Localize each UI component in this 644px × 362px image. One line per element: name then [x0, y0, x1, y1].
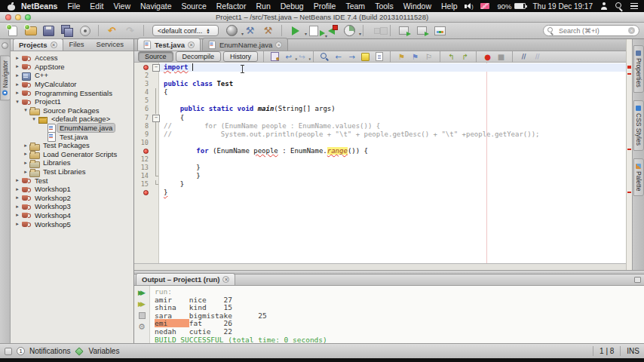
- menu-team[interactable]: Team: [345, 2, 365, 11]
- stop-macro-icon[interactable]: ■: [495, 52, 507, 62]
- tree-item-source-packages[interactable]: ▾Source Packages: [11, 106, 133, 115]
- insert-mode-indicator[interactable]: INS: [627, 347, 639, 355]
- menu-refactor[interactable]: Refactor: [216, 2, 247, 11]
- code-line-12[interactable]: 12: [134, 155, 626, 164]
- notification-count-badge[interactable]: 1: [17, 347, 25, 355]
- menu-edit[interactable]: Edit: [90, 2, 103, 11]
- shift-right-icon[interactable]: ↱: [459, 52, 471, 62]
- tree-item-mycalculator[interactable]: ▸MyCalculator: [11, 80, 133, 89]
- collapse-arrow-icon[interactable]: ▾: [30, 116, 38, 122]
- tab-css-styles[interactable]: CSS Styles: [633, 100, 644, 151]
- rerun-button[interactable]: ▶▶: [136, 288, 148, 297]
- memory-view-button[interactable]: [432, 23, 448, 38]
- back-icon[interactable]: ↩: [283, 52, 294, 62]
- find-previous-icon[interactable]: →: [346, 52, 357, 62]
- expand-arrow-icon[interactable]: ▸: [22, 151, 29, 157]
- tree-item-test[interactable]: ▸Test: [11, 176, 133, 185]
- editor-tab-test-java[interactable]: Test.java×: [137, 38, 201, 51]
- tree-item-default-package[interactable]: ▾<default package>: [11, 115, 133, 124]
- gutter-line-6[interactable]: 6: [134, 105, 151, 113]
- tree-item-access[interactable]: ▸Access: [11, 54, 133, 63]
- tree-item-test-packages[interactable]: ▸Test Packages: [11, 141, 133, 150]
- tree-item-workshop1[interactable]: ▸Workshop1: [11, 185, 133, 194]
- tab-properties[interactable]: Properties: [633, 45, 644, 93]
- code-line-8[interactable]: 8// for (EnumName people : EnumName.valu…: [134, 122, 626, 130]
- code-line-9[interactable]: 9// System.out.println(people + "\t" + p…: [134, 130, 626, 139]
- variables-label[interactable]: Variables: [88, 347, 119, 355]
- error-stripe-mark[interactable]: [627, 149, 631, 150]
- tab-output[interactable]: Output – Project1 (run) ×: [136, 273, 235, 285]
- menubar-clock[interactable]: Thu 19 Dec 19:17: [533, 2, 593, 11]
- expand-arrow-icon[interactable]: ▸: [14, 212, 21, 218]
- editor-tab-enumname-java[interactable]: EnumName.java×: [202, 38, 288, 51]
- debug-project-button[interactable]: [305, 23, 321, 38]
- code-line-4[interactable]: 4{: [134, 88, 626, 97]
- find-next-icon[interactable]: ←: [333, 52, 344, 62]
- forward-icon[interactable]: ↪: [296, 52, 308, 62]
- expand-arrow-icon[interactable]: ▸: [14, 204, 21, 210]
- tree-item-programming-essentials[interactable]: ▸Programming Essentials: [11, 88, 133, 97]
- menu-source[interactable]: Source: [181, 2, 206, 11]
- expand-arrow-icon[interactable]: ▸: [14, 221, 21, 227]
- decompile-view-button[interactable]: Decompile: [176, 51, 222, 62]
- tab-navigator[interactable]: Navigator: [0, 55, 11, 100]
- error-badge-icon[interactable]: [143, 149, 149, 154]
- editor-horizontal-scrollbar[interactable]: [134, 263, 626, 270]
- gutter-line-3[interactable]: 3: [134, 80, 151, 88]
- error-badge-icon[interactable]: [143, 65, 149, 70]
- code-line-3[interactable]: 3public class Test: [134, 80, 626, 88]
- tree-item-appstore[interactable]: ▸AppStore: [11, 63, 133, 72]
- vcs-commit-button[interactable]: [414, 23, 430, 38]
- stop-build-button[interactable]: [136, 311, 148, 320]
- record-macro-icon[interactable]: ●: [482, 52, 493, 62]
- config-select[interactable]: <default conf...▲▼: [152, 25, 219, 36]
- code-editor[interactable]: import 23public class Test4{56 public st…: [134, 63, 626, 263]
- tree-item-load-generator-scripts[interactable]: ▸Load Generator Scripts: [11, 150, 133, 159]
- tree-item-project1[interactable]: ▾Project1: [11, 97, 133, 106]
- tree-item-enumname-java[interactable]: EnumName.java: [11, 124, 133, 133]
- error-stripe-mark[interactable]: [627, 192, 631, 193]
- code-line-2[interactable]: 2: [134, 72, 626, 80]
- next-bookmark-icon[interactable]: ⚑: [409, 52, 421, 62]
- code-line-11[interactable]: for (EnumName people : EnumName.range())…: [134, 147, 626, 155]
- gutter-line-2[interactable]: 2: [134, 72, 151, 80]
- expand-arrow-icon[interactable]: ▸: [14, 195, 21, 201]
- tree-item-libraries[interactable]: ▸Libraries: [11, 158, 133, 167]
- tree-item-c[interactable]: ▸C++: [11, 71, 133, 80]
- notification-center-icon[interactable]: [630, 3, 638, 10]
- tree-item-workshop3[interactable]: ▸Workshop3: [11, 202, 133, 211]
- collapse-arrow-icon[interactable]: ▾: [22, 107, 29, 113]
- profile-project-button[interactable]: [342, 23, 357, 38]
- run-project-button[interactable]: [287, 23, 303, 38]
- notifications-label[interactable]: Notifications: [29, 347, 70, 355]
- gutter-line-13[interactable]: 13: [134, 164, 151, 172]
- gutter-line-14[interactable]: 14: [134, 172, 151, 180]
- gutter-line-1[interactable]: [134, 63, 151, 72]
- menu-debug[interactable]: Debug: [281, 2, 304, 11]
- expand-arrow-icon[interactable]: ▸: [22, 160, 29, 166]
- new-project-button[interactable]: [23, 23, 38, 38]
- code-fold-icon[interactable]: [151, 114, 160, 122]
- gutter-line-5[interactable]: 5: [134, 97, 151, 105]
- clear-search-icon[interactable]: ×: [628, 27, 635, 34]
- source-view-button[interactable]: Source: [138, 51, 173, 62]
- code-line-7[interactable]: 7 {: [134, 114, 626, 122]
- battery-indicator[interactable]: 90%: [497, 2, 525, 11]
- code-fold-icon[interactable]: [151, 63, 160, 72]
- apple-menu-icon[interactable]: [8, 2, 15, 11]
- volume-icon[interactable]: ): [465, 3, 473, 9]
- gutter-line-10[interactable]: 10: [134, 139, 151, 147]
- gutter-line-11[interactable]: [134, 147, 151, 155]
- tree-item-test-libraries[interactable]: ▸Test Libraries: [11, 167, 133, 176]
- shift-left-icon[interactable]: ↰: [446, 52, 457, 62]
- gutter-line-4[interactable]: 4: [134, 88, 151, 97]
- close-icon[interactable]: ×: [51, 41, 57, 48]
- uncomment-icon[interactable]: [532, 52, 543, 62]
- menu-file[interactable]: File: [67, 2, 80, 11]
- code-line-1[interactable]: import: [134, 63, 626, 72]
- statusbar-icon[interactable]: [5, 348, 12, 355]
- code-line-6[interactable]: 6 public static void main(String[] args): [134, 105, 626, 113]
- code-line-5[interactable]: 5: [134, 97, 626, 105]
- code-line-10[interactable]: 10: [134, 139, 626, 147]
- tree-item-workshop5[interactable]: ▸Workshop5: [11, 219, 133, 229]
